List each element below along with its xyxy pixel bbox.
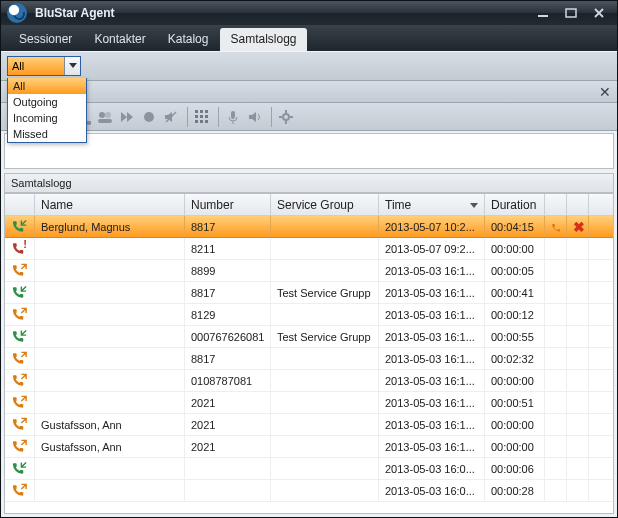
call-direction-icon (5, 392, 35, 413)
table-row[interactable]: 20212013-05-03 16:1...00:00:51 (5, 392, 613, 414)
row-delete-button (567, 282, 589, 303)
grid-body: Berglund, Magnus88172013-05-07 10:2...00… (5, 216, 613, 513)
filter-bar: All AllOutgoingIncomingMissed (1, 51, 617, 81)
row-callback-button (545, 260, 567, 281)
table-row[interactable]: Gustafsson, Ann20212013-05-03 16:1...00:… (5, 414, 613, 436)
tab-kontakter[interactable]: Kontakter (84, 28, 155, 51)
row-delete-button (567, 370, 589, 391)
svg-point-2 (99, 112, 105, 118)
cell-time: 2013-05-03 16:1... (379, 304, 485, 325)
table-row[interactable]: 2013-05-03 16:0...00:00:06 (5, 458, 613, 480)
mute-icon[interactable] (161, 107, 181, 127)
table-row[interactable]: Gustafsson, Ann20212013-05-03 16:1...00:… (5, 436, 613, 458)
table-row[interactable]: 88992013-05-03 16:1...00:00:05 (5, 260, 613, 282)
col-time[interactable]: Time (379, 194, 485, 215)
filter-dropdown-button[interactable] (64, 57, 80, 75)
toolbar-separator (271, 107, 272, 127)
cell-name (35, 260, 185, 281)
svg-rect-12 (205, 115, 208, 118)
col-service[interactable]: Service Group (271, 194, 379, 215)
mic-icon[interactable] (223, 107, 243, 127)
filter-option-incoming[interactable]: Incoming (8, 110, 86, 126)
close-button[interactable] (587, 5, 611, 21)
tab-sessioner[interactable]: Sessioner (9, 28, 82, 51)
cell-name (35, 480, 185, 501)
row-callback-button (545, 436, 567, 457)
panel-close-button[interactable]: ✕ (599, 84, 611, 100)
cell-name (35, 326, 185, 347)
cell-service (271, 238, 379, 259)
row-callback-button (545, 414, 567, 435)
svg-rect-9 (205, 110, 208, 113)
call-direction-icon (5, 260, 35, 281)
main-tabs: SessionerKontakterKatalogSamtalslogg (1, 25, 617, 51)
cell-time: 2013-05-03 16:0... (379, 458, 485, 479)
row-delete-button (567, 436, 589, 457)
call-direction-icon (5, 370, 35, 391)
cell-name (35, 348, 185, 369)
filter-selected[interactable]: All (8, 57, 64, 75)
conference-icon[interactable] (95, 107, 115, 127)
filter-dropdown[interactable]: AllOutgoingIncomingMissed (7, 78, 87, 143)
cell-name (35, 238, 185, 259)
table-row[interactable]: 81292013-05-03 16:1...00:00:12 (5, 304, 613, 326)
tab-katalog[interactable]: Katalog (158, 28, 219, 51)
svg-rect-1 (566, 9, 576, 17)
table-row[interactable]: 88172013-05-03 16:1...00:02:32 (5, 348, 613, 370)
filter-option-outgoing[interactable]: Outgoing (8, 94, 86, 110)
cell-service (271, 392, 379, 413)
call-toolbar (1, 103, 617, 131)
row-callback-button (545, 348, 567, 369)
tab-samtalslogg[interactable]: Samtalslogg (220, 28, 306, 51)
table-row[interactable]: Berglund, Magnus88172013-05-07 10:2...00… (5, 216, 613, 238)
speaker-icon[interactable] (245, 107, 265, 127)
filter-option-missed[interactable]: Missed (8, 126, 86, 142)
col-icon[interactable] (5, 194, 35, 215)
col-action1[interactable] (545, 194, 567, 215)
cell-number: 8129 (185, 304, 271, 325)
table-row[interactable]: 000767626081Test Service Grupp2013-05-03… (5, 326, 613, 348)
col-name[interactable]: Name (35, 194, 185, 215)
filter-option-all[interactable]: All (8, 78, 86, 94)
cell-name: Berglund, Magnus (35, 216, 185, 237)
cell-time: 2013-05-03 16:1... (379, 348, 485, 369)
grid-header: Name Number Service Group Time Duration (5, 194, 613, 216)
cell-number: 8817 (185, 216, 271, 237)
cell-service (271, 414, 379, 435)
col-action2[interactable] (567, 194, 589, 215)
table-row[interactable]: !82112013-05-07 09:2...00:00:00 (5, 238, 613, 260)
cell-service (271, 348, 379, 369)
row-delete-button[interactable]: ✖ (567, 216, 589, 237)
dialpad-icon[interactable] (192, 107, 212, 127)
cell-service (271, 480, 379, 501)
cell-name (35, 458, 185, 479)
svg-rect-15 (205, 120, 208, 123)
table-row[interactable]: 01087870812013-05-03 16:1...00:00:00 (5, 370, 613, 392)
table-row[interactable]: 8817Test Service Grupp2013-05-03 16:1...… (5, 282, 613, 304)
col-number[interactable]: Number (185, 194, 271, 215)
cell-time: 2013-05-03 16:1... (379, 392, 485, 413)
cell-name (35, 304, 185, 325)
call-direction-icon (5, 282, 35, 303)
row-callback-button (545, 326, 567, 347)
cell-service (271, 458, 379, 479)
search-area[interactable] (4, 133, 614, 169)
fast-forward-icon[interactable] (117, 107, 137, 127)
col-service-label: Service Group (277, 198, 354, 212)
cell-time: 2013-05-03 16:1... (379, 370, 485, 391)
settings-icon[interactable] (276, 107, 296, 127)
col-duration[interactable]: Duration (485, 194, 545, 215)
table-row[interactable]: 2013-05-03 16:0...00:00:28 (5, 480, 613, 502)
filter-combo[interactable]: All (7, 56, 81, 76)
record-icon[interactable] (139, 107, 159, 127)
toolbar-separator (218, 107, 219, 127)
row-callback-button[interactable] (545, 216, 567, 237)
svg-text:!: ! (23, 240, 27, 250)
cell-duration: 00:00:51 (485, 392, 545, 413)
cell-duration: 00:00:06 (485, 458, 545, 479)
maximize-button[interactable] (559, 5, 583, 21)
row-callback-button (545, 238, 567, 259)
cell-time: 2013-05-03 16:1... (379, 326, 485, 347)
cell-number (185, 480, 271, 501)
minimize-button[interactable] (531, 5, 555, 21)
